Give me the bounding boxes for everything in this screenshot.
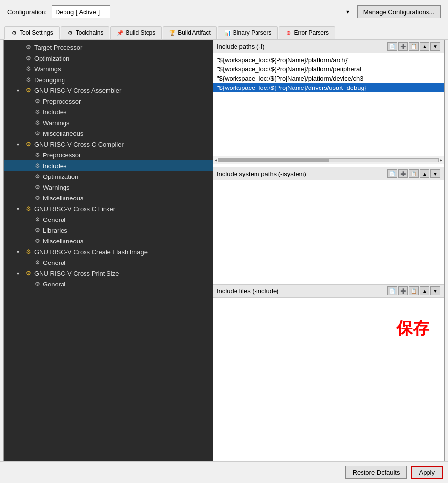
tree-item-gnu-print[interactable]: ▾ GNU RISC-V Cross Print Size xyxy=(4,268,213,279)
debugging-icon xyxy=(24,76,32,84)
system-paths-move-up-btn[interactable]: ▲ xyxy=(420,169,429,178)
tree-item-compiler-includes[interactable]: Includes xyxy=(4,160,213,171)
tree-label-gnu-assembler: GNU RISC-V Cross Assembler xyxy=(34,87,121,94)
include-files-add-btn[interactable]: 📄 xyxy=(387,286,397,295)
toolchains-icon: ⚙ xyxy=(67,29,74,36)
include-files-move-down-btn[interactable]: ▼ xyxy=(430,286,440,295)
gnu-assembler-icon xyxy=(24,87,32,94)
include-files-header: Include files (-include) 📄 ➕ 📋 ▲ ▼ xyxy=(213,285,444,298)
linker-arrow: ▾ xyxy=(17,206,22,212)
include-path-item-3[interactable]: "${workspace_loc:/${ProjName}/drivers/us… xyxy=(213,83,444,92)
tree-item-linker-libraries[interactable]: Libraries xyxy=(4,225,213,236)
no-arrow xyxy=(17,56,22,61)
tree-item-compiler-warnings[interactable]: Warnings xyxy=(4,182,213,193)
include-files-move-up-btn[interactable]: ▲ xyxy=(420,286,429,295)
tab-binary-parsers[interactable]: 📊 Binary Parsers xyxy=(218,26,278,39)
restore-defaults-button[interactable]: Restore Defaults xyxy=(345,466,407,479)
include-files-new-btn[interactable]: ➕ xyxy=(398,286,408,295)
include-paths-scrollbar[interactable]: ◂ ▸ xyxy=(213,156,444,164)
tree-item-target-processor[interactable]: Target Processor xyxy=(4,42,213,53)
tree-item-assembler-preprocessor[interactable]: Preprocessor xyxy=(4,96,213,107)
no-arrow xyxy=(25,196,31,201)
tree-item-assembler-warnings[interactable]: Warnings xyxy=(4,117,213,128)
tree-item-assembler-misc[interactable]: Miscellaneous xyxy=(4,128,213,139)
no-arrow xyxy=(25,153,31,158)
tab-tool-settings[interactable]: ⚙ Tool Settings xyxy=(4,26,60,40)
tree-item-linker-misc[interactable]: Miscellaneous xyxy=(4,236,213,246)
include-files-toolbar: 📄 ➕ 📋 ▲ ▼ xyxy=(387,286,440,295)
linker-general-icon xyxy=(33,216,41,223)
tab-tool-settings-label: Tool Settings xyxy=(20,29,53,36)
error-parsers-icon: ⊗ xyxy=(285,29,292,36)
tab-build-steps[interactable]: 📌 Build Steps xyxy=(110,26,162,39)
compiler-misc-icon xyxy=(33,194,41,202)
system-paths-move-down-btn[interactable]: ▼ xyxy=(430,169,440,178)
tree-label-optimization: Optimization xyxy=(34,55,69,62)
tab-bar: ⚙ Tool Settings ⚙ Toolchains 📌 Build Ste… xyxy=(0,23,448,40)
system-paths-new-btn[interactable]: ➕ xyxy=(398,169,408,178)
apply-button[interactable]: Apply xyxy=(411,466,443,479)
include-path-item-2[interactable]: "${workspace_loc:/${ProjName}/platform/d… xyxy=(213,74,444,83)
tab-error-parsers[interactable]: ⊗ Error Parsers xyxy=(279,26,335,39)
system-paths-title: Include system paths (-isystem) xyxy=(217,170,306,177)
include-paths-move-down-btn[interactable]: ▼ xyxy=(430,42,440,51)
tree-label-debugging: Debugging xyxy=(34,76,65,84)
tab-error-parsers-label: Error Parsers xyxy=(294,29,329,36)
tree-item-warnings[interactable]: Warnings xyxy=(4,64,213,74)
tree-item-gnu-c-compiler[interactable]: ▾ GNU RISC-V Cross C Compiler xyxy=(4,139,213,150)
manage-configurations-button[interactable]: Manage Configurations... xyxy=(357,5,441,18)
include-files-copy-btn[interactable]: 📋 xyxy=(409,286,419,295)
tab-build-artifact[interactable]: 🏆 Build Artifact xyxy=(163,26,217,39)
compiler-optimization-icon xyxy=(33,173,41,180)
flash-general-icon xyxy=(33,259,41,266)
tree-item-optimization[interactable]: Optimization xyxy=(4,53,213,64)
include-path-item-1[interactable]: "${workspace_loc:/${ProjName}/platform/p… xyxy=(213,65,444,74)
no-arrow xyxy=(25,163,31,169)
no-arrow xyxy=(25,239,31,244)
include-paths-copy-btn[interactable]: 📋 xyxy=(409,42,419,51)
assembler-preprocessor-icon xyxy=(33,97,41,105)
tree-item-assembler-includes[interactable]: Includes xyxy=(4,107,213,117)
main-content: Target Processor Optimization Warnings D… xyxy=(3,40,445,461)
tree-label-gnu-flash: GNU RISC-V Cross Create Flash Image xyxy=(34,248,148,256)
main-dialog: Configuration: Debug [ Active ] Manage C… xyxy=(0,0,448,483)
tree-item-gnu-assembler[interactable]: ▾ GNU RISC-V Cross Assembler xyxy=(4,85,213,96)
tree-item-flash-general[interactable]: General xyxy=(4,257,213,268)
no-arrow xyxy=(25,260,31,265)
no-arrow xyxy=(25,99,31,104)
tree-item-debugging[interactable]: Debugging xyxy=(4,74,213,85)
tree-item-compiler-optimization[interactable]: Optimization xyxy=(4,171,213,182)
gnu-flash-icon xyxy=(24,248,32,256)
right-panel: Include paths (-I) 📄 ➕ 📋 ▲ ▼ "${workspac… xyxy=(213,40,444,461)
scroll-left-arrow[interactable]: ◂ xyxy=(214,157,218,163)
no-arrow xyxy=(17,66,22,72)
tree-item-compiler-preprocessor[interactable]: Preprocessor xyxy=(4,150,213,160)
include-path-item-0[interactable]: "${workspace_loc:/${ProjName}/platform/a… xyxy=(213,55,444,65)
include-paths-new-btn[interactable]: ➕ xyxy=(398,42,408,51)
system-paths-add-btn[interactable]: 📄 xyxy=(387,169,397,178)
tree-label-compiler-warnings: Warnings xyxy=(43,184,69,191)
no-arrow xyxy=(25,110,31,115)
tree-item-linker-general[interactable]: General xyxy=(4,214,213,225)
include-paths-move-up-btn[interactable]: ▲ xyxy=(420,42,429,51)
scroll-right-arrow[interactable]: ▸ xyxy=(439,157,443,163)
tree-item-gnu-flash[interactable]: ▾ GNU RISC-V Cross Create Flash Image xyxy=(4,246,213,257)
config-select-wrapper: Debug [ Active ] xyxy=(52,5,352,18)
system-paths-content xyxy=(213,180,444,273)
include-paths-add-btn[interactable]: 📄 xyxy=(387,42,397,51)
no-arrow xyxy=(25,131,31,136)
tree-item-print-general[interactable]: General xyxy=(4,279,213,289)
system-paths-copy-btn[interactable]: 📋 xyxy=(409,169,419,178)
no-arrow xyxy=(25,282,31,287)
config-select[interactable]: Debug [ Active ] xyxy=(52,5,110,18)
tree-item-gnu-c-linker[interactable]: ▾ GNU RISC-V Cross C Linker xyxy=(4,203,213,214)
compiler-preprocessor-icon xyxy=(33,151,41,159)
system-paths-section: Include system paths (-isystem) 📄 ➕ 📋 ▲ … xyxy=(213,167,444,285)
compiler-arrow: ▾ xyxy=(17,142,22,147)
tab-toolchains[interactable]: ⚙ Toolchains xyxy=(61,26,110,39)
linker-misc-icon xyxy=(33,237,41,245)
gnu-print-icon xyxy=(24,269,32,277)
tree-item-compiler-misc[interactable]: Miscellaneous xyxy=(4,193,213,203)
tab-build-artifact-label: Build Artifact xyxy=(178,29,211,36)
scroll-track[interactable] xyxy=(218,158,439,162)
